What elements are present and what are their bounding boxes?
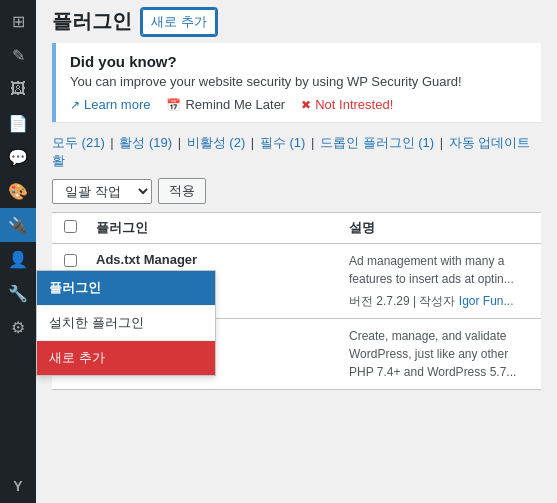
header-checkbox-col <box>52 220 88 236</box>
main-content: 플러그인 새로 추가 Did you know? You can improve… <box>36 0 557 503</box>
tools-icon[interactable]: 🔧 <box>0 276 36 310</box>
bulk-actions: 일괄 작업활성화비활성화업데이트삭제 적용 <box>36 178 557 212</box>
column-plugin-header: 플러그인 <box>88 219 341 237</box>
dashboard-icon[interactable]: ⊞ <box>0 4 36 38</box>
plugin-checkbox-1 <box>52 252 88 270</box>
close-circle-icon: ✖ <box>301 98 311 112</box>
external-link-icon: ↗ <box>70 98 80 112</box>
settings-icon[interactable]: ⚙ <box>0 310 36 344</box>
separator-1: | <box>110 135 117 150</box>
filter-active[interactable]: 활성 (19) <box>119 135 172 150</box>
notice-box: Did you know? You can improve your websi… <box>52 43 541 122</box>
select-all-checkbox[interactable] <box>64 220 77 233</box>
sidebar: ⊞ ✎ 🖼 📄 💬 🎨 🔌 👤 🔧 ⚙ Y <box>0 0 36 503</box>
plugin-1-checkbox[interactable] <box>64 254 77 267</box>
plugin-2-desc: Create, manage, and validate WordPress, … <box>341 327 541 381</box>
users-icon[interactable]: 👤 <box>0 242 36 276</box>
plugin-dropdown-menu: 플러그인 설치한 플러그인 새로 추가 <box>36 270 216 376</box>
media-icon[interactable]: 🖼 <box>0 72 36 106</box>
add-new-button[interactable]: 새로 추가 <box>142 9 216 35</box>
separator-4: | <box>311 135 318 150</box>
notice-links: ↗ Learn more 📅 Remind Me Later ✖ Not Int… <box>70 97 527 112</box>
separator-5: | <box>440 135 447 150</box>
calendar-icon: 📅 <box>166 98 181 112</box>
plugin-2-description-text: Create, manage, and validate WordPress, … <box>349 327 533 381</box>
topbar: 플러그인 새로 추가 <box>36 0 557 43</box>
learn-more-link[interactable]: ↗ Learn more <box>70 97 150 112</box>
not-interested-link[interactable]: ✖ Not Intrested! <box>301 97 393 112</box>
table-header: 플러그인 설명 <box>52 212 541 244</box>
filter-dropin[interactable]: 드롭인 플러그인 (1) <box>320 135 434 150</box>
plugin-1-author-link[interactable]: Igor Fun... <box>459 294 514 308</box>
separator-3: | <box>251 135 258 150</box>
separator-2: | <box>178 135 185 150</box>
filter-all[interactable]: 모두 (21) <box>52 135 105 150</box>
dropdown-installed-plugins[interactable]: 설치한 플러그인 <box>37 305 215 340</box>
filter-inactive[interactable]: 비활성 (2) <box>187 135 246 150</box>
plugin-1-description-text: Ad management with many a features to in… <box>349 252 533 288</box>
dropdown-add-new[interactable]: 새로 추가 <box>37 340 215 375</box>
plugins-icon[interactable]: 🔌 <box>0 208 36 242</box>
yoast-icon[interactable]: Y <box>0 469 36 503</box>
plugin-1-version: 버전 2.7.29 | 작성자 Igor Fun... <box>349 292 533 310</box>
dropdown-section-header[interactable]: 플러그인 <box>37 271 215 305</box>
posts-icon[interactable]: ✎ <box>0 38 36 72</box>
pages-icon[interactable]: 📄 <box>0 106 36 140</box>
appearance-icon[interactable]: 🎨 <box>0 174 36 208</box>
notice-title: Did you know? <box>70 53 527 70</box>
remind-later-link[interactable]: 📅 Remind Me Later <box>166 97 285 112</box>
plugin-1-desc: Ad management with many a features to in… <box>341 252 541 310</box>
plugin-1-name: Ads.txt Manager <box>96 252 333 267</box>
page-title: 플러그인 <box>52 8 132 35</box>
comments-icon[interactable]: 💬 <box>0 140 36 174</box>
column-desc-header: 설명 <box>341 219 541 237</box>
filter-bar: 모두 (21) | 활성 (19) | 비활성 (2) | 필수 (1) | 드… <box>36 134 557 178</box>
apply-button[interactable]: 적용 <box>158 178 206 204</box>
notice-description: You can improve your website security by… <box>70 74 527 89</box>
bulk-action-select[interactable]: 일괄 작업활성화비활성화업데이트삭제 <box>52 179 152 204</box>
filter-required[interactable]: 필수 (1) <box>260 135 306 150</box>
